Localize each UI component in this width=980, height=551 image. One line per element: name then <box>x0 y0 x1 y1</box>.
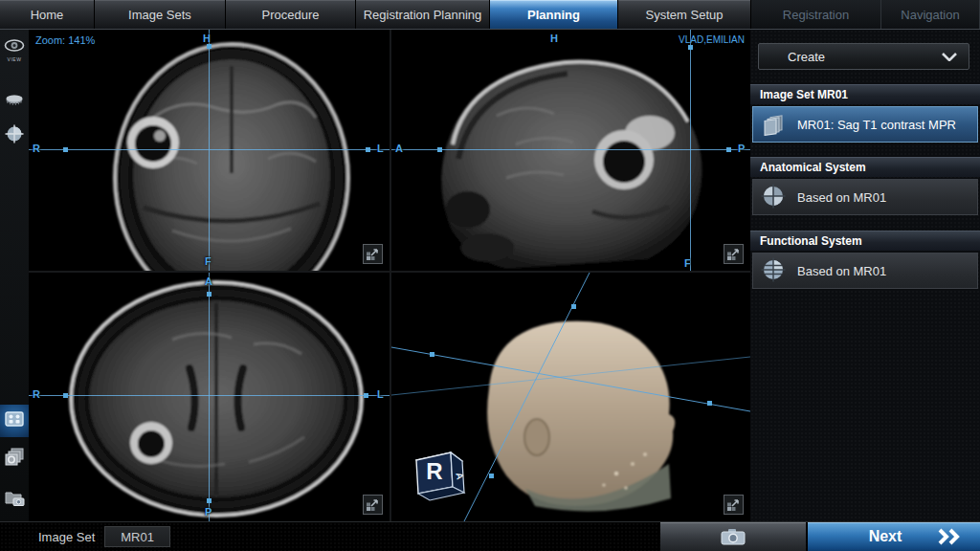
image-stack-icon <box>4 447 25 472</box>
layout-grid-button[interactable] <box>0 405 29 437</box>
crosshair-handle[interactable] <box>437 147 442 152</box>
sphere-crosshair-icon <box>5 124 24 147</box>
viewport-sagittal[interactable]: VLAD,EMILIAN H A P F <box>391 30 750 271</box>
anatomical-sphere-icon <box>761 184 786 211</box>
image-stack-button[interactable] <box>0 443 29 475</box>
screenshot-folder-icon <box>4 488 25 511</box>
orientation-label-right: P <box>738 143 745 154</box>
tab-planning[interactable]: Planning <box>490 0 618 29</box>
left-toolbar: VIEW <box>0 30 29 521</box>
tab-registration[interactable]: Registration <box>751 0 881 29</box>
orientation-label-top: H <box>550 33 558 44</box>
crosshair-horizontal[interactable] <box>391 149 750 150</box>
zoom-level-label: Zoom: 141% <box>35 34 95 46</box>
patient-name-label: VLAD,EMILIAN <box>679 34 745 45</box>
orientation-label-left: A <box>395 143 403 154</box>
section-header-anatomical: Anatomical System <box>750 157 980 177</box>
layout-grid-icon <box>5 411 24 430</box>
probe-view-button[interactable] <box>0 87 29 116</box>
anatomical-system-item[interactable]: Based on MR01 <box>752 179 978 215</box>
section-header-functional: Functional System <box>750 231 980 251</box>
expand-view-icon <box>724 496 743 514</box>
crosshair-handle[interactable] <box>207 292 212 297</box>
orientation-label-bottom: F <box>684 257 691 269</box>
crosshair-handle[interactable] <box>207 498 212 503</box>
viewport-coronal[interactable]: Zoom: 141% H R L F <box>29 30 390 271</box>
orientation-label-left: R <box>33 143 40 154</box>
sphere-crosshair-button[interactable] <box>0 121 29 150</box>
image-set-item[interactable]: MR01: Sag T1 contrast MPR <box>752 106 978 143</box>
crosshair-vertical[interactable] <box>209 273 210 521</box>
orientation-cube: R A F <box>391 452 466 500</box>
orientation-label-left: R <box>33 388 40 400</box>
tab-registration-planning[interactable]: Registration Planning <box>356 0 490 29</box>
crosshair-vertical[interactable] <box>209 30 210 271</box>
expand-view-icon <box>364 245 382 263</box>
tab-navigation[interactable]: Navigation <box>881 0 980 29</box>
crosshair-handle[interactable] <box>63 147 68 152</box>
crosshair-horizontal[interactable] <box>29 395 390 396</box>
tab-system-setup[interactable]: System Setup <box>618 0 751 29</box>
next-button-label: Next <box>808 528 936 545</box>
functional-item-label: Based on MR01 <box>797 264 886 278</box>
orientation-label-right: L <box>377 388 384 400</box>
expand-view-icon <box>724 245 743 263</box>
section-header-label: Image Set MR01 <box>760 88 848 101</box>
next-button[interactable]: Next <box>808 522 980 551</box>
screenshot-folder-button[interactable] <box>0 483 29 516</box>
expand-view-button[interactable] <box>363 495 383 515</box>
functional-sphere-icon <box>761 257 786 285</box>
orientation-label-top: A <box>205 276 212 287</box>
3d-head-render: R A F <box>391 273 750 521</box>
double-chevron-right-icon <box>936 528 980 545</box>
crosshair-horizontal[interactable] <box>29 149 390 150</box>
expand-view-button[interactable] <box>724 244 744 264</box>
expand-view-button[interactable] <box>363 244 383 264</box>
sagittal-mri-image <box>391 30 750 271</box>
expand-view-button[interactable] <box>724 495 744 515</box>
viewport-axial[interactable]: A R L P <box>29 273 390 521</box>
crosshair-handle[interactable] <box>364 393 368 398</box>
viewport-grid: Zoom: 141% H R L F <box>29 30 750 521</box>
functional-system-item[interactable]: Based on MR01 <box>752 253 978 289</box>
chevron-down-icon <box>942 50 957 64</box>
camera-icon <box>720 528 746 545</box>
main-content: VIEW <box>0 29 980 521</box>
view-label: VIEW <box>8 56 22 62</box>
create-dropdown-label: Create <box>788 50 825 64</box>
image-set-label: Image Set <box>38 530 95 544</box>
orientation-label-bottom: P <box>205 506 212 518</box>
crosshair-vertical[interactable] <box>690 30 691 271</box>
section-header-image-set: Image Set MR01 <box>750 84 980 104</box>
expand-view-icon <box>364 496 382 514</box>
section-header-label: Anatomical System <box>760 161 866 174</box>
section-header-label: Functional System <box>760 234 862 248</box>
top-navigation-bar: Home Image Sets Procedure Registration P… <box>0 0 980 29</box>
image-set-tab-mr01[interactable]: MR01 <box>104 526 170 547</box>
disc-icon <box>5 93 24 110</box>
create-dropdown[interactable]: Create <box>758 43 969 70</box>
tab-procedure[interactable]: Procedure <box>226 0 356 29</box>
crosshair-handle[interactable] <box>688 45 693 50</box>
tab-image-sets[interactable]: Image Sets <box>95 0 226 29</box>
crosshair-handle[interactable] <box>726 147 731 152</box>
crosshair-handle[interactable] <box>366 147 370 152</box>
bottom-bar: Image Set MR01 Next <box>0 521 980 551</box>
crosshair-handle[interactable] <box>63 393 68 398</box>
tab-home[interactable]: Home <box>0 0 95 29</box>
crosshair-handle[interactable] <box>207 44 212 49</box>
volume-stack-icon <box>761 111 786 139</box>
viewport-3d[interactable]: R A F <box>391 273 750 521</box>
orientation-label-bottom: F <box>205 255 212 267</box>
anatomical-item-label: Based on MR01 <box>797 190 886 205</box>
image-set-tab-label: MR01 <box>121 530 154 544</box>
right-panel: Create Image Set MR01 <box>750 30 980 521</box>
orientation-label-top: H <box>203 33 211 44</box>
orientation-label-right: L <box>377 143 384 154</box>
cube-side-label: A <box>454 472 465 480</box>
view-button[interactable]: VIEW <box>0 33 29 66</box>
application-window: Home Image Sets Procedure Registration P… <box>0 0 980 551</box>
image-set-item-label: MR01: Sag T1 contrast MPR <box>797 118 956 132</box>
screenshot-button[interactable] <box>660 522 806 551</box>
cube-front-label: R <box>426 458 442 484</box>
